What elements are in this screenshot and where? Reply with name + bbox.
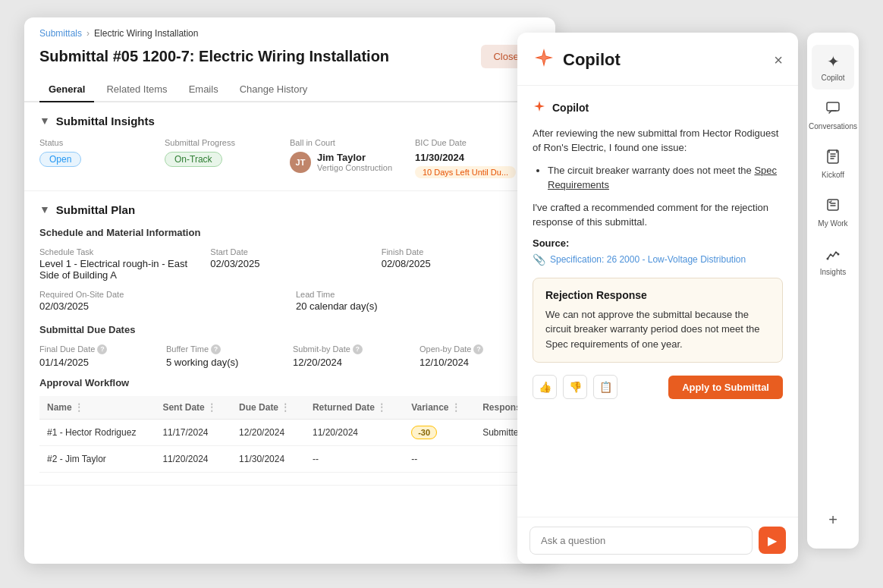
breadcrumb-current: Electric Wiring Installation (94, 28, 198, 39)
copilot-message-header: Copilot (533, 99, 783, 117)
thumbs-down-button[interactable]: 👎 (563, 375, 587, 399)
schedule-task: Schedule Task Level 1 - Electrical rough… (39, 247, 198, 281)
row1-variance: -30 (404, 419, 475, 445)
final-due-help-icon[interactable]: ? (97, 344, 107, 354)
page-title: Submittal #05 1200-7: Electric Wiring In… (39, 48, 389, 65)
row2-due: 11/30/2024 (231, 445, 305, 472)
buffer-time-value: 5 working day(s) (166, 357, 287, 368)
status-badge: Open (39, 152, 81, 167)
ball-court: JT Jim Taylor Vertigo Construction (290, 152, 415, 173)
copilot-close-button[interactable]: × (774, 52, 783, 68)
start-date-value: 02/03/2025 (210, 258, 369, 269)
sidebar-item-copilot[interactable]: ✦ Copilot (812, 45, 854, 90)
progress-label: Submittal Progress (165, 138, 290, 147)
submit-by-help-icon[interactable]: ? (353, 344, 363, 354)
copilot-body: Copilot After reviewing the new submitta… (517, 86, 798, 517)
kickoff-nav-icon (825, 149, 841, 168)
tab-related-items[interactable]: Related Items (97, 77, 176, 102)
svg-rect-5 (828, 200, 838, 210)
schedule-info-grid: Schedule Task Level 1 - Electrical rough… (39, 247, 540, 281)
ball-court-name: Jim Taylor (317, 152, 392, 163)
copilot-msg-star-icon (533, 99, 546, 117)
copilot-brand: Copilot (533, 46, 621, 74)
lead-time-value: 20 calendar day(s) (296, 300, 540, 312)
final-due-value: 01/14/2025 (39, 357, 160, 368)
conversations-nav-icon (825, 100, 841, 119)
source-link[interactable]: 📎 Specification: 26 2000 - Low-Voltage D… (533, 253, 783, 266)
row2-name: #2 - Jim Taylor (39, 445, 155, 472)
row1-due: 12/20/2024 (231, 419, 305, 445)
plan-toggle[interactable]: ▼ (39, 203, 50, 215)
sidebar-plus-button[interactable]: + (821, 504, 845, 536)
attachment-icon: 📎 (533, 253, 545, 266)
sidebar-kickoff-label: Kickoff (822, 171, 844, 179)
source-link-text: Specification: 26 2000 - Low-Voltage Dis… (550, 254, 746, 265)
table-row: #2 - Jim Taylor 11/20/2024 11/30/2024 --… (39, 445, 540, 472)
panel-body: ▼ Submittal Insights Status Open Submitt… (24, 102, 555, 558)
ball-court-company: Vertigo Construction (317, 163, 392, 172)
sidebar-conversations-label: Conversations (809, 122, 857, 130)
copilot-intro-text: After reviewing the new submittal from H… (533, 126, 783, 156)
insights-title: Submittal Insights (56, 115, 155, 127)
tab-change-history[interactable]: Change History (231, 77, 317, 102)
insights-section: ▼ Submittal Insights Status Open Submitt… (24, 102, 555, 191)
buffer-time-field: Buffer Time ? 5 working day(s) (166, 344, 287, 368)
avatar: JT (290, 152, 311, 173)
apply-to-submittal-button[interactable]: Apply to Submittal (668, 376, 783, 399)
finish-date-field: Finish Date 02/08/2025 (382, 247, 540, 281)
spec-requirements-link[interactable]: Spec Requirements (548, 165, 777, 191)
required-date-label: Required On-Site Date (39, 290, 284, 299)
submit-by-value: 12/20/2024 (293, 357, 413, 368)
sidebar-item-conversations[interactable]: Conversations (812, 93, 854, 138)
tab-emails[interactable]: Emails (180, 77, 228, 102)
send-button[interactable]: ▶ (759, 527, 786, 554)
row2-sent: 11/20/2024 (155, 445, 231, 472)
col-due: Due Date ⋮ (231, 396, 305, 420)
submit-by-field: Submit-by Date ? 12/20/2024 (293, 344, 413, 368)
svg-rect-0 (827, 102, 839, 111)
copilot-nav-icon: ✦ (827, 52, 840, 71)
status-label: Status (39, 138, 165, 147)
breadcrumb-parent[interactable]: Submittals (39, 28, 82, 39)
breadcrumb-separator: › (86, 28, 90, 39)
sidebar-item-kickoff[interactable]: Kickoff (812, 141, 854, 187)
bic-days-badge: 10 Days Left Until Du... (415, 166, 516, 178)
plan-header: ▼ Submittal Plan (39, 203, 540, 216)
rejection-text: We can not approve the submittal because… (545, 307, 770, 352)
chat-input[interactable] (529, 527, 753, 555)
copilot-issue-item: The circuit breaker warranty does not me… (548, 163, 783, 193)
submittal-header: Submittal #05 1200-7: Electric Wiring In… (24, 42, 555, 77)
progress-item: Submittal Progress On-Track (165, 138, 290, 178)
sidebar-item-insights[interactable]: Insights (812, 238, 854, 284)
col-returned: Returned Date ⋮ (305, 396, 404, 420)
insights-toggle[interactable]: ▼ (39, 115, 50, 127)
sidebar-item-mywork[interactable]: My Work (812, 190, 854, 235)
row1-returned: 11/20/2024 (305, 419, 404, 445)
copilot-header: Copilot × (517, 33, 798, 86)
copilot-title: Copilot (563, 50, 621, 70)
sidebar-mywork-label: My Work (818, 219, 847, 228)
buffer-help-icon[interactable]: ? (211, 344, 221, 354)
tab-general[interactable]: General (39, 77, 94, 102)
col-name: Name ⋮ (39, 396, 155, 420)
thumbs-up-button[interactable]: 👍 (533, 375, 557, 399)
due-dates-grid: Final Due Date ? 01/14/2025 Buffer Time … (39, 344, 540, 368)
copilot-issue-list: The circuit breaker warranty does not me… (533, 163, 783, 193)
required-date-value: 02/03/2025 (39, 300, 284, 312)
plan-title: Submittal Plan (56, 203, 135, 216)
breadcrumb: Submittals › Electric Wiring Installatio… (24, 17, 555, 42)
svg-point-8 (827, 257, 829, 259)
start-date-field: Start Date 02/03/2025 (210, 247, 369, 281)
copilot-actions: 👍 👎 📋 Apply to Submittal (533, 375, 783, 399)
ball-in-court-item: Ball in Court JT Jim Taylor Vertigo Cons… (290, 138, 415, 178)
open-by-help-icon[interactable]: ? (473, 344, 483, 354)
right-sidebar: ✦ Copilot Conversations (807, 33, 859, 549)
due-dates-subtitle: Submittal Due Dates (39, 324, 540, 335)
insights-header: ▼ Submittal Insights (39, 115, 540, 127)
copy-button[interactable]: 📋 (593, 375, 617, 399)
status-item: Status Open (39, 138, 165, 178)
start-date-label: Start Date (210, 247, 369, 256)
buffer-time-label: Buffer Time ? (166, 344, 287, 354)
ball-label: Ball in Court (290, 138, 415, 147)
final-due-field: Final Due Date ? 01/14/2025 (39, 344, 160, 368)
